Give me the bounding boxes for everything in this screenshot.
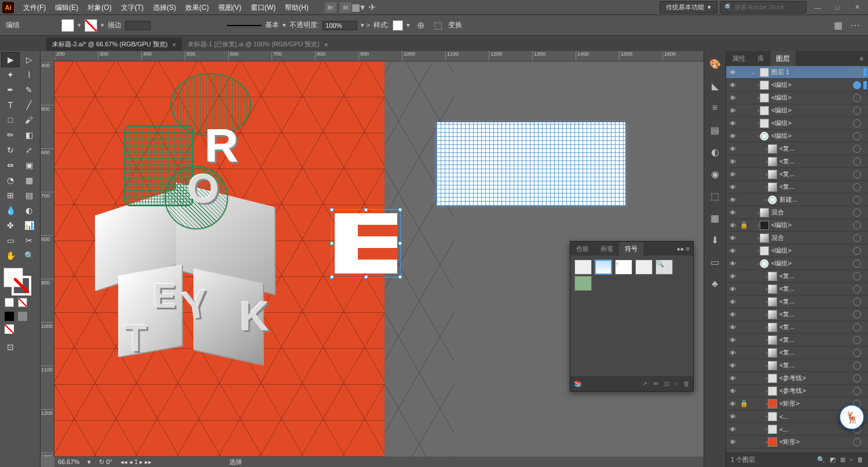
layer-name[interactable]: <复... (779, 284, 851, 293)
handle-tl[interactable] (330, 208, 334, 211)
layer-thumbnail[interactable] (768, 425, 777, 434)
visibility-icon[interactable]: 👁 (726, 69, 739, 76)
lock-icon[interactable]: 🔒 (739, 221, 749, 229)
visibility-icon[interactable]: 👁 (726, 388, 739, 395)
menu-file[interactable]: 文件(F) (19, 0, 50, 15)
curvature-tool[interactable]: ✎ (20, 82, 38, 97)
make-clipping-mask-icon[interactable]: ◩ (830, 456, 836, 464)
layer-name[interactable]: <参考线> (779, 386, 851, 395)
layer-thumbnail[interactable] (768, 183, 777, 192)
target-icon[interactable] (853, 81, 861, 89)
layer-row[interactable]: 👁›<编组> (726, 104, 868, 117)
panel-collapse-icon[interactable]: ▸▸ ≡ (674, 245, 693, 253)
target-icon[interactable] (853, 374, 861, 382)
symbols-dock-icon[interactable]: ♣ (708, 277, 722, 291)
graphic-styles-icon[interactable]: ⬚ (708, 189, 722, 203)
visibility-icon[interactable]: 👁 (726, 349, 739, 356)
mesh-tool[interactable]: ⊞ (1, 188, 20, 203)
tab-doc-2[interactable]: 未标题-1 [已恢复].ai @ 100% (RGB/GPU 预览)× (182, 38, 334, 51)
tab-libraries[interactable]: 库 (752, 51, 770, 67)
selection-bounding-box[interactable] (331, 209, 401, 278)
new-sublayer-icon[interactable]: ⊞ (840, 456, 845, 464)
target-icon[interactable] (853, 107, 861, 115)
expand-arrow[interactable]: ⌄ (749, 70, 757, 75)
search-stock-input[interactable]: 🔍 搜索 Adobe Stock (720, 1, 807, 13)
layer-name[interactable]: <复... (779, 323, 851, 331)
expand-arrow[interactable]: › (749, 146, 766, 152)
layer-thumbnail[interactable] (760, 246, 769, 256)
draw-inside[interactable] (5, 324, 14, 334)
menu-object[interactable]: 对象(O) (83, 0, 116, 15)
expand-arrow[interactable]: › (749, 184, 766, 190)
layer-name[interactable]: <复... (779, 157, 851, 166)
delete-symbol-icon[interactable]: 🗑 (683, 380, 690, 387)
menu-view[interactable]: 视图(V) (214, 0, 246, 15)
selection-tool[interactable]: ▶ (1, 52, 20, 67)
visibility-icon[interactable]: 👁 (726, 400, 739, 407)
visibility-icon[interactable]: 👁 (726, 209, 739, 216)
screen-mode[interactable]: ⊡ (1, 340, 20, 355)
layer-thumbnail[interactable] (768, 323, 777, 332)
perspective-tool[interactable]: ▦ (20, 173, 38, 188)
gpu-icon[interactable]: ✈ (365, 1, 379, 14)
draw-behind[interactable] (18, 312, 27, 321)
layer-row[interactable]: 👁›<复... (726, 181, 868, 194)
layer-row[interactable]: 👁🔒›<编组> (726, 219, 868, 232)
visibility-icon[interactable]: 👁 (726, 196, 739, 203)
layer-row[interactable]: 👁›<复... (726, 295, 868, 308)
color-mode[interactable] (5, 298, 14, 307)
layer-thumbnail[interactable] (768, 157, 777, 166)
expand-arrow[interactable]: › (749, 324, 766, 330)
align-icon[interactable]: ⬚ (431, 19, 445, 32)
layer-thumbnail[interactable] (768, 195, 777, 205)
layer-thumbnail[interactable] (760, 68, 769, 77)
transparency-icon[interactable]: ◐ (708, 145, 722, 159)
paintbrush-tool[interactable]: 🖌 (20, 112, 38, 127)
layer-row[interactable]: 👁›<编组> (726, 245, 868, 257)
layer-name[interactable]: <编组> (771, 259, 851, 268)
color-icon[interactable]: 🎨 (708, 57, 722, 71)
layer-thumbnail[interactable] (768, 361, 777, 370)
visibility-icon[interactable]: 👁 (726, 158, 739, 165)
layer-name[interactable]: <复... (779, 183, 851, 191)
visibility-icon[interactable]: 👁 (726, 133, 739, 140)
visibility-icon[interactable]: 👁 (726, 184, 739, 191)
layer-thumbnail[interactable] (768, 144, 777, 154)
target-icon[interactable] (853, 247, 861, 255)
expand-arrow[interactable]: › (749, 312, 766, 318)
opacity-input[interactable] (323, 21, 357, 30)
target-icon[interactable] (853, 196, 861, 204)
handle-mr[interactable] (398, 242, 402, 245)
expand-arrow[interactable]: › (749, 414, 766, 419)
stroke-panel-icon[interactable]: ≡ (708, 101, 722, 115)
tab-properties[interactable]: 属性 (726, 51, 752, 67)
target-icon[interactable] (853, 323, 861, 331)
layer-row[interactable]: 👁›<复... (726, 283, 868, 295)
visibility-icon[interactable]: 👁 (726, 82, 739, 89)
expand-arrow[interactable]: › (749, 375, 766, 381)
expand-arrow[interactable]: › (749, 401, 766, 407)
hand-tool[interactable]: ✋ (1, 248, 20, 263)
stroke-color[interactable] (12, 276, 31, 295)
layer-row[interactable]: 👁›<矩形> (726, 436, 868, 448)
appearance-icon[interactable]: ◉ (708, 167, 722, 181)
visibility-icon[interactable]: 👁 (726, 298, 739, 305)
artboards-icon[interactable]: ▭ (708, 255, 722, 269)
pattern-grid-object[interactable] (437, 122, 625, 206)
layer-row[interactable]: 👁›<复... (726, 308, 868, 321)
expand-arrow[interactable]: › (749, 273, 766, 279)
symbol-sprayer-tool[interactable]: ✤ (1, 218, 20, 233)
stock-icon[interactable]: St (340, 2, 351, 13)
layer-thumbnail[interactable] (768, 272, 777, 281)
target-icon[interactable] (853, 272, 861, 280)
window-minimize[interactable]: — (809, 2, 826, 13)
visibility-icon[interactable]: 👁 (726, 362, 739, 369)
stroke-weight-input[interactable] (125, 21, 151, 30)
expand-arrow[interactable]: › (749, 95, 757, 101)
target-icon[interactable] (853, 94, 861, 102)
layer-thumbnail[interactable] (768, 284, 777, 294)
artboard-area[interactable]: RO EY KT 色板 画笔 符号 ▸▸ ≡ (54, 61, 704, 457)
ruler-vertical[interactable]: 4005006007008009001000110012001300 (41, 61, 54, 457)
workspace-switcher[interactable]: 传统基本功能▾ (660, 1, 717, 13)
pen-tool[interactable]: ✒ (1, 82, 20, 97)
